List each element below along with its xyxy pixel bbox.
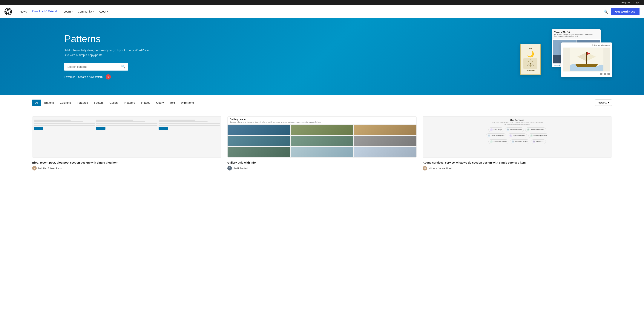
svg-point-0 <box>4 8 12 15</box>
get-wordpress-button[interactable]: Get WordPress <box>611 8 640 15</box>
pattern-author-services: M Md. Abu Jubaer Plash <box>422 166 612 170</box>
nav-download[interactable]: Download & Extend ▾ <box>30 5 61 18</box>
chip-web-design: ○○ Web Design <box>488 127 503 132</box>
pattern-card-services[interactable]: Our Services Lorem ipsum to simply dummy… <box>422 116 612 170</box>
author-avatar-blog: M <box>32 166 37 170</box>
nav-links: News Download & Extend ▾ Learn ▾ Communi… <box>17 5 604 18</box>
chip-theme-dev: ○○ Theme Development <box>525 127 546 132</box>
gallery-header-title: Glallery Header <box>230 118 414 121</box>
gal-img-8 <box>290 147 353 157</box>
filter-tab-headers[interactable]: Headers <box>121 100 138 106</box>
svg-rect-2 <box>586 52 587 64</box>
filter-tab-featured[interactable]: Featured <box>74 100 91 106</box>
patterns-grid: Blog, recent post, blog post section des… <box>0 110 644 176</box>
chip-wp-themes: ○○ WordPress Themes <box>488 139 508 144</box>
chip-web-dev: ○○ Web Development <box>505 127 524 132</box>
gallery-header-sub: Quisque vel erat uma. Nunc ante dolor, u… <box>230 121 414 123</box>
search-icon[interactable]: 🔍 <box>604 9 608 14</box>
chip-apps-dev: ○○ Apps Development <box>508 133 527 138</box>
hero-links: Favorites Create a new pattern 1 <box>64 74 154 80</box>
services-main-title: Our Services <box>425 119 610 121</box>
filter-tab-all[interactable]: All <box>32 100 41 106</box>
chip-icon-apps-dev: ○○ <box>509 134 512 137</box>
tarot-number: XVIII <box>529 48 532 50</box>
filter-tab-images[interactable]: Images <box>138 100 153 106</box>
hero-images: Views of Mt. Fuji An exhibition of early… <box>518 29 612 84</box>
ship-illustration <box>563 48 610 72</box>
pattern-title-blog: Blog, recent post, blog post section des… <box>32 161 222 164</box>
login-link[interactable]: Log In <box>634 1 640 4</box>
hero-content: Patterns Add a beautifully designed, rea… <box>64 34 154 80</box>
top-bar: Register Log In <box>0 0 644 5</box>
search-button[interactable]: 🔍 <box>118 63 128 71</box>
pattern-author-blog: M Md. Abu Jubaer Plash <box>32 166 222 170</box>
chip-support-it: ○○ Support & IT <box>531 139 546 144</box>
sort-label: Newest <box>598 101 606 104</box>
register-link[interactable]: Register <box>621 1 630 4</box>
hero-section: Patterns Add a beautifully designed, rea… <box>0 18 644 95</box>
gal-img-6 <box>354 136 416 146</box>
chip-wp-plugins: ○○ WordPress Plugins <box>510 139 529 144</box>
wordpress-logo[interactable] <box>4 8 12 15</box>
author-name-gallery: Sadik Multani <box>233 167 248 170</box>
nav-learn[interactable]: Learn ▾ <box>61 5 75 18</box>
favorites-link[interactable]: Favorites <box>64 75 75 78</box>
notification-badge: 1 <box>106 74 111 80</box>
search-bar: 🔍 <box>64 63 128 71</box>
pattern-card-blog[interactable]: Blog, recent post, blog post section des… <box>32 116 222 170</box>
hero-card-ship: Follow my adventures <box>561 43 612 77</box>
filter-tabs: All Buttons Columns Featured Footers Gal… <box>32 100 595 106</box>
card-fuji-title: Views of Mt. Fuji <box>554 31 598 33</box>
filter-bar: All Buttons Columns Featured Footers Gal… <box>0 95 644 110</box>
author-name-blog: Md. Abu Jubaer Plash <box>38 167 62 170</box>
main-nav: News Download & Extend ▾ Learn ▾ Communi… <box>0 5 644 18</box>
tarot-illustration <box>524 58 538 69</box>
chip-icon-wp-plugins: ○○ <box>512 140 514 143</box>
chip-game-dev: ○○ Game Development <box>486 133 506 138</box>
card-social-icons <box>600 73 610 75</box>
pattern-preview-gallery: Glallery Header Quisque vel erat uma. Nu… <box>228 116 416 158</box>
nav-right: 🔍 Get WordPress <box>604 8 640 15</box>
card-adventures-title: Follow my adventures <box>592 44 610 46</box>
search-input[interactable] <box>64 63 118 71</box>
gal-img-4 <box>228 136 290 146</box>
hero-description: Add a beautifully designed, ready to go … <box>64 48 154 58</box>
sort-chevron-icon: ▾ <box>608 101 609 104</box>
hero-card-tarot: XVIII 🌙 THE MOON... <box>520 44 541 75</box>
gal-img-2 <box>290 125 353 135</box>
filter-tab-gallery[interactable]: Gallery <box>106 100 122 106</box>
nav-about[interactable]: About ▾ <box>96 5 110 18</box>
gal-img-5 <box>290 136 353 146</box>
pattern-title-services: About, services, service, what we do sec… <box>422 161 612 164</box>
chip-icon-support-it: ○○ <box>532 140 535 143</box>
pattern-preview-services: Our Services Lorem ipsum to simply dummy… <box>422 116 612 158</box>
services-subtitle: Lorem ipsum to simply dummy text of the … <box>491 121 544 125</box>
filter-tab-wireframe[interactable]: Wireframe <box>178 100 197 106</box>
hero-title: Patterns <box>64 34 154 44</box>
gal-img-7 <box>228 147 290 157</box>
nav-news[interactable]: News <box>17 5 30 18</box>
chip-icon-wp-themes: ○○ <box>490 140 493 143</box>
gal-img-1 <box>228 125 290 135</box>
filter-tab-query[interactable]: Query <box>153 100 167 106</box>
filter-tab-columns[interactable]: Columns <box>57 100 74 106</box>
gal-img-9 <box>354 147 416 157</box>
chip-icon-game-dev: ○○ <box>488 134 490 137</box>
nav-community[interactable]: Community ▾ <box>75 5 96 18</box>
pattern-card-gallery[interactable]: Glallery Header Quisque vel erat uma. Nu… <box>228 116 416 170</box>
author-avatar-services: M <box>422 166 427 170</box>
chip-icon-desktop-app: ○○ <box>530 134 533 137</box>
filter-tab-footers[interactable]: Footers <box>91 100 106 106</box>
gal-img-3 <box>354 125 416 135</box>
download-chevron-icon: ▾ <box>58 10 58 12</box>
filter-tab-buttons[interactable]: Buttons <box>41 100 57 106</box>
card-fuji-subtitle: An exhibition of early 20th century wood… <box>554 34 598 37</box>
about-chevron-icon: ▾ <box>107 11 108 13</box>
author-name-services: Md. Abu Jubaer Plash <box>428 167 452 170</box>
tarot-icon: 🌙 <box>527 51 534 58</box>
filter-tab-text[interactable]: Text <box>167 100 178 106</box>
chip-icon-web-dev: ○○ <box>506 128 509 131</box>
pattern-preview-blog <box>32 116 222 158</box>
create-pattern-link[interactable]: Create a new pattern <box>78 75 103 78</box>
sort-dropdown[interactable]: Newest ▾ <box>595 99 612 106</box>
